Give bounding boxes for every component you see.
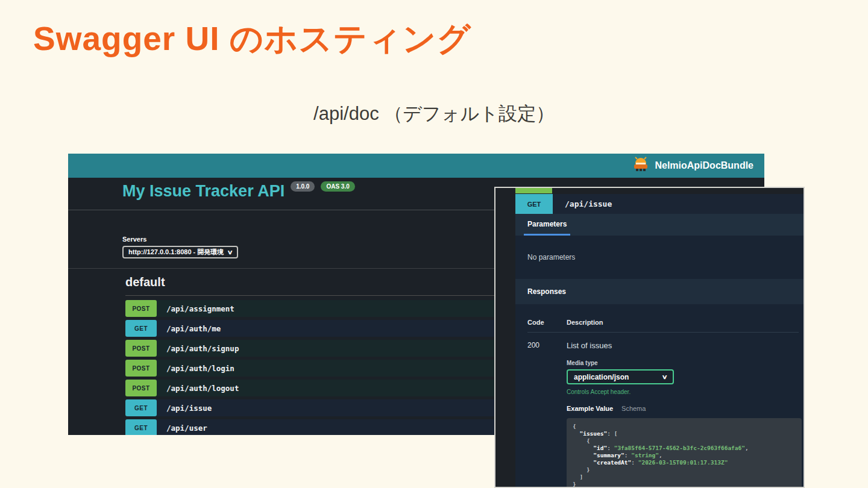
- method-badge: POST: [125, 380, 157, 396]
- endpoint-path: /api/issue: [166, 404, 212, 413]
- code-column-header: Code: [527, 319, 567, 326]
- tab-schema[interactable]: Schema: [621, 405, 646, 412]
- server-select[interactable]: http://127.0.0.1:8080 - 開発環境 ∨: [122, 246, 238, 258]
- brand-name: NelmioApiDocBundle: [655, 160, 753, 171]
- responses-table-header: Code Description: [527, 319, 799, 333]
- swagger-topbar: NelmioApiDocBundle: [68, 154, 764, 178]
- method-badge: GET: [515, 194, 553, 214]
- endpoint-path: /api/auth/login: [166, 364, 234, 373]
- endpoint-path: /api/auth/me: [166, 324, 221, 333]
- endpoint-path: /api/issue: [565, 199, 612, 208]
- swagger-detail-screenshot: GET /api/issue Parameters No parameters …: [494, 187, 805, 488]
- media-type-select[interactable]: application/json ∨: [567, 369, 674, 384]
- nelmio-logo-icon: [632, 157, 650, 175]
- endpoint-path: /api/auth/signup: [166, 344, 239, 353]
- endpoint-path: /api/auth/logout: [166, 384, 239, 393]
- response-row-200: 200 List of issues Media type applicatio…: [527, 341, 799, 488]
- method-badge: GET: [125, 320, 157, 337]
- server-select-value: http://127.0.0.1:8080 - 開発環境: [128, 248, 224, 257]
- method-badge: POST: [125, 340, 157, 357]
- previous-row-fragment: [515, 188, 552, 193]
- description-column-header: Description: [567, 319, 603, 326]
- responses-body: Code Description 200 List of issues Medi…: [515, 304, 804, 488]
- controls-accept-hint: Controls Accept header.: [567, 389, 802, 395]
- oas-badge: OAS 3.0: [321, 181, 354, 192]
- version-badge: 1.0.0: [291, 181, 315, 192]
- servers-section: Servers http://127.0.0.1:8080 - 開発環境 ∨: [122, 236, 238, 258]
- endpoint-path: /api/user: [166, 424, 207, 433]
- method-badge: GET: [125, 399, 157, 416]
- nelmio-brand-link[interactable]: NelmioApiDocBundle: [632, 157, 753, 175]
- no-parameters-text: No parameters: [515, 236, 804, 279]
- presentation-slide: Swagger UI のホスティング /api/doc （デフォルト設定）: [0, 0, 868, 488]
- response-description: List of issues: [567, 341, 802, 350]
- servers-label: Servers: [122, 236, 238, 243]
- tab-example-value[interactable]: Example Value: [567, 405, 613, 412]
- opblock-header[interactable]: GET /api/issue: [515, 194, 804, 214]
- media-type-value: application/json: [574, 373, 629, 381]
- chevron-down-icon: ∨: [661, 374, 667, 380]
- api-title: My Issue Tracker API: [122, 182, 285, 201]
- endpoint-path: /api/assignment: [166, 304, 234, 313]
- slide-title: Swagger UI のホスティング: [33, 17, 471, 61]
- method-badge: GET: [125, 419, 157, 435]
- example-schema-tabs: Example Value Schema: [567, 405, 802, 412]
- api-header: My Issue Tracker API 1.0.0 OAS 3.0: [122, 182, 355, 201]
- get-issue-opblock: GET /api/issue Parameters No parameters …: [515, 194, 804, 487]
- tab-parameters[interactable]: Parameters: [524, 214, 570, 236]
- method-badge: POST: [125, 360, 157, 377]
- media-type-label: Media type: [567, 360, 802, 366]
- response-code: 200: [527, 341, 567, 488]
- slide-subtitle: /api/doc （デフォルト設定）: [0, 101, 868, 127]
- chevron-down-icon: ∨: [227, 249, 233, 255]
- parameters-tabbar: Parameters: [515, 214, 804, 236]
- response-detail: List of issues Media type application/js…: [567, 341, 802, 488]
- responses-header: Responses: [515, 279, 804, 304]
- method-badge: POST: [125, 300, 157, 317]
- example-json-code-block: { "issues": [ { "id": "3fa85f64-5717-456…: [567, 418, 802, 488]
